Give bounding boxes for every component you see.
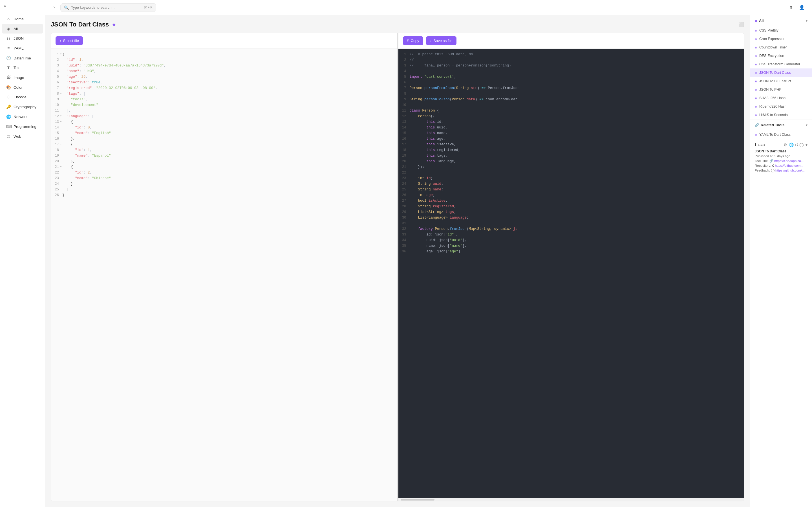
code-line: 3 // final person = personFromJson(jsonS… <box>398 63 744 68</box>
code-line: 36 age: json["age"], <box>398 249 744 255</box>
sidebar-item-all[interactable]: ◈ All <box>2 24 43 34</box>
hms-to-seconds-icon: ◈ <box>755 113 757 117</box>
web-icon: ◎ <box>6 134 11 138</box>
tool-link[interactable]: https://t.he3app.co... <box>774 159 804 163</box>
code-line: 21▾ { <box>51 164 397 170</box>
repo-icon: ⑆ <box>772 164 775 167</box>
rs-item-json-to-cpp-struct[interactable]: ◈ JSON To C++ Struct <box>750 77 812 86</box>
code-line: 19 this.tags, <box>398 153 744 159</box>
search-shortcut-badge: ⌘ + K <box>144 6 153 9</box>
rs-item-sha3-256-hash[interactable]: ◈ SHA3_256 Hash <box>750 94 812 102</box>
code-line: 31 <box>398 221 744 226</box>
rs-item-json-to-php[interactable]: ◈ JSON To PHP <box>750 86 812 94</box>
page: JSON To Dart Class ★ ⬜ ↑ Select file <box>45 15 750 507</box>
rs-item-yaml-to-dart-class[interactable]: ◈ YAML To Dart Class <box>750 130 812 139</box>
sidebar-item-programming[interactable]: ⌨ Programming <box>2 122 43 131</box>
code-line: 27 bool isActive; <box>398 198 744 204</box>
code-line: 17▾ { <box>51 142 397 147</box>
expand-icon[interactable]: ▾ <box>806 143 808 147</box>
main-area: ⌂ 🔍 ⌘ + K ⬆ 👤 JSON To Dart Class ★ ⬜ <box>45 0 812 507</box>
all-icon: ◈ <box>6 26 11 31</box>
topbar-actions: ⬆ 👤 <box>788 3 806 12</box>
all-tools-section-header[interactable]: ◈ All ▾ <box>750 15 812 26</box>
code-line: 22 <box>398 170 744 175</box>
code-line: 14 "id": 0, <box>51 125 397 130</box>
json-to-cpp-struct-icon: ◈ <box>755 79 757 83</box>
sidebar-header: « <box>0 0 45 12</box>
rs-item-des-encryption[interactable]: ◈ DES Encryption <box>750 52 812 60</box>
sidebar-item-home[interactable]: ⌂ Home <box>2 14 43 24</box>
rs-item-css-prettify[interactable]: ◈ CSS Prettify <box>750 26 812 35</box>
code-line: 18 "id": 1, <box>51 147 397 153</box>
settings-icon[interactable]: ⚙ <box>783 143 787 147</box>
code-line: 11 ], <box>51 108 397 114</box>
feedback-icon[interactable]: ◯ <box>799 143 804 147</box>
code-line: 30 List<Language> language; <box>398 215 744 221</box>
sidebar-item-cryptography[interactable]: 🔑 Cryptography <box>2 102 43 112</box>
related-tools-section: 🔗 Related Tools ▾ ◈ YAML To Dart Class <box>750 119 812 139</box>
github-icon[interactable]: ⑆ <box>795 143 798 147</box>
code-line: 10 <box>398 102 744 108</box>
share-button[interactable]: ⬆ <box>788 3 795 12</box>
save-icon: ↓ <box>430 39 432 43</box>
programming-icon: ⌨ <box>6 124 11 129</box>
image-icon: 🖼 <box>6 75 11 80</box>
sidebar-item-network[interactable]: 🌐 Network <box>2 112 43 121</box>
layout-toggle-button[interactable]: ⬜ <box>739 22 744 27</box>
cron-expression-icon: ◈ <box>755 37 757 41</box>
editor-area: ↑ Select file 1▾ { 2 "id": 1 <box>51 33 744 501</box>
code-line: 13▾ { <box>51 119 397 125</box>
sidebar-item-text-label: Text <box>13 66 20 70</box>
sidebar-collapse-button[interactable]: « <box>4 3 6 8</box>
related-tools-section-header[interactable]: 🔗 Related Tools ▾ <box>750 119 812 130</box>
sidebar-item-image-label: Image <box>13 75 24 80</box>
sidebar-item-cryptography-label: Cryptography <box>13 105 36 109</box>
repo-link[interactable]: https://github.com... <box>775 164 803 167</box>
code-line: 35 name: json["name"], <box>398 243 744 249</box>
sidebar-item-encode[interactable]: ⟨⟩ Encode <box>2 93 43 102</box>
rs-item-ripemd320-hash[interactable]: ◈ Ripemd320 Hash <box>750 102 812 111</box>
left-panel: ↑ Select file 1▾ { 2 "id": 1 <box>51 33 397 501</box>
sidebar-item-yaml[interactable]: ≡ YAML <box>2 43 43 53</box>
code-line: 1▾ { <box>51 52 397 57</box>
code-line: 32 factory Person.fromJson(Map<String, d… <box>398 226 744 232</box>
yaml-to-dart-class-icon: ◈ <box>755 133 757 136</box>
code-line: 23 int id; <box>398 175 744 181</box>
rs-item-countdown-timer[interactable]: ◈ Countdown Timer <box>750 43 812 52</box>
rs-item-css-transform-generator[interactable]: ◈ CSS Transform Generator <box>750 60 812 68</box>
select-file-button[interactable]: ↑ Select file <box>56 36 83 45</box>
sidebar-item-image[interactable]: 🖼 Image <box>2 73 43 82</box>
sha3-256-hash-icon: ◈ <box>755 96 757 100</box>
sidebar-item-web[interactable]: ◎ Web <box>2 131 43 141</box>
sidebar-item-datetime[interactable]: 🕐 Date/Time <box>2 53 43 63</box>
sidebar-item-text[interactable]: T Text <box>2 63 43 72</box>
rs-item-cron-expression[interactable]: ◈ Cron Expression <box>750 35 812 43</box>
right-code-editor[interactable]: 1 // To parse this JSON data, do 2 // 3 … <box>398 49 744 498</box>
search-container: 🔍 ⌘ + K <box>60 3 156 12</box>
sidebar-item-json[interactable]: { } JSON <box>2 34 43 43</box>
sidebar-item-color[interactable]: 🎨 Color <box>2 82 43 92</box>
search-input[interactable] <box>71 5 142 10</box>
code-line: 24 } <box>51 181 397 187</box>
sidebar-item-all-label: All <box>13 27 18 31</box>
favorite-button[interactable]: ★ <box>112 21 116 27</box>
home-button[interactable]: ⌂ <box>51 3 57 12</box>
horizontal-scrollbar[interactable] <box>398 498 744 501</box>
sidebar-item-color-label: Color <box>13 86 22 90</box>
content-area: JSON To Dart Class ★ ⬜ ↑ Select file <box>45 15 812 507</box>
cryptography-icon: 🔑 <box>6 105 11 109</box>
encode-icon: ⟨⟩ <box>6 95 11 99</box>
scroll-thumb[interactable] <box>401 499 435 501</box>
color-icon: 🎨 <box>6 85 11 90</box>
page-title: JSON To Dart Class <box>51 21 109 28</box>
rs-item-hms-to-seconds[interactable]: ◈ H:M:S to Seconds <box>750 111 812 119</box>
copy-button[interactable]: ⎘ Copy <box>403 36 423 45</box>
code-line: 23 "name": "Chinese" <box>51 175 397 181</box>
user-button[interactable]: 👤 <box>797 3 806 12</box>
save-as-file-button[interactable]: ↓ Save as file <box>426 36 456 45</box>
rs-item-json-to-dart-class[interactable]: ◈ JSON To Dart Class <box>750 68 812 77</box>
feedback-link[interactable]: https://github.com/... <box>775 169 805 172</box>
code-line: 18 this.registered, <box>398 147 744 153</box>
globe-icon[interactable]: 🌐 <box>789 143 794 147</box>
left-code-editor[interactable]: 1▾ { 2 "id": 1, 3 "uuid": "3d877494-e7d4… <box>51 49 397 501</box>
